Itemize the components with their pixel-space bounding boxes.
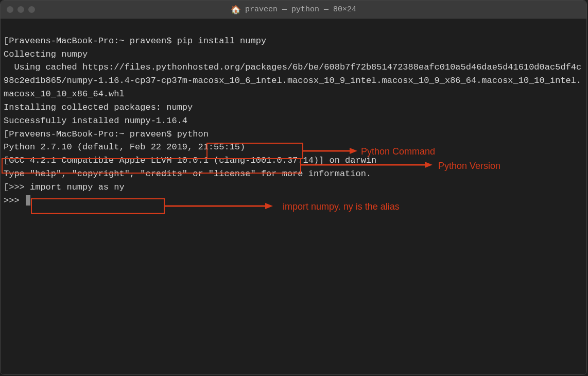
terminal-content[interactable]: [Praveens-MacBook-Pro:~ praveen$ pip ins… [1, 19, 586, 374]
terminal-output: Successfully installed numpy-1.16.4 [4, 114, 583, 128]
terminal-output: Using cached https://files.pythonhosted.… [4, 61, 583, 100]
terminal-output: Collecting numpy [4, 48, 583, 61]
terminal-window: 🏠 praveen — python — 80×24 [Praveens-Mac… [0, 0, 587, 375]
cursor [26, 195, 30, 206]
maximize-button[interactable] [28, 6, 35, 13]
titlebar: 🏠 praveen — python — 80×24 [1, 1, 586, 19]
window-title-text: praveen — python — 80×24 [245, 5, 356, 14]
terminal-line: [Praveens-MacBook-Pro:~ praveen$ python [4, 128, 583, 141]
python-prompt: [>>> [4, 182, 30, 192]
traffic-lights [7, 6, 35, 13]
terminal-output: [GCC 4.2.1 Compatible Apple LLVM 10.0.1 … [4, 154, 583, 167]
close-button[interactable] [7, 6, 13, 13]
home-icon: 🏠 [231, 5, 241, 15]
terminal-line: [Praveens-MacBook-Pro:~ praveen$ pip ins… [4, 35, 583, 48]
terminal-output: Python 2.7.10 (default, Feb 22 2019, 21:… [4, 141, 583, 154]
shell-command: pip install numpy [177, 36, 266, 46]
python-prompt: >>> [4, 196, 25, 206]
terminal-output: Installing collected packages: numpy [4, 101, 583, 114]
shell-command: python [177, 129, 209, 139]
terminal-output: Type "help", "copyright", "credits" or "… [4, 167, 583, 181]
terminal-line: >>> [4, 194, 583, 208]
terminal-line: [>>> import numpy as ny [4, 181, 583, 194]
minimize-button[interactable] [18, 6, 24, 13]
shell-prompt: [Praveens-MacBook-Pro:~ praveen$ [4, 36, 177, 46]
window-title: 🏠 praveen — python — 80×24 [231, 5, 356, 15]
python-command: import numpy as ny [30, 182, 125, 192]
shell-prompt: [Praveens-MacBook-Pro:~ praveen$ [4, 129, 177, 139]
